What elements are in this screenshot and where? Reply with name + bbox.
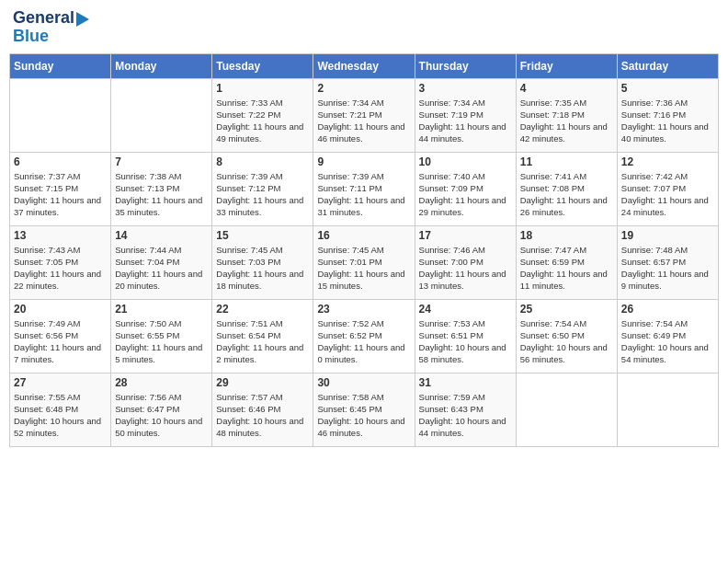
day-info: Sunrise: 7:55 AM Sunset: 6:48 PM Dayligh… — [14, 391, 107, 440]
day-number: 8 — [216, 155, 309, 168]
day-info: Sunrise: 7:35 AM Sunset: 7:18 PM Dayligh… — [520, 97, 613, 145]
day-info: Sunrise: 7:54 AM Sunset: 6:50 PM Dayligh… — [520, 317, 613, 366]
day-info: Sunrise: 7:50 AM Sunset: 6:55 PM Dayligh… — [115, 317, 208, 366]
calendar-cell: 23Sunrise: 7:52 AM Sunset: 6:52 PM Dayli… — [313, 299, 415, 373]
day-info: Sunrise: 7:41 AM Sunset: 7:08 PM Dayligh… — [520, 170, 613, 219]
calendar-cell: 1Sunrise: 7:33 AM Sunset: 7:22 PM Daylig… — [212, 78, 313, 152]
day-number: 4 — [520, 82, 613, 95]
calendar-cell — [516, 373, 617, 446]
calendar-week-row: 1Sunrise: 7:33 AM Sunset: 7:22 PM Daylig… — [10, 78, 719, 152]
day-number: 3 — [419, 82, 512, 95]
calendar-cell: 25Sunrise: 7:54 AM Sunset: 6:50 PM Dayli… — [516, 299, 617, 373]
page-header: General Blue — [9, 9, 719, 46]
day-number: 19 — [621, 229, 714, 242]
calendar-cell: 7Sunrise: 7:38 AM Sunset: 7:13 PM Daylig… — [111, 152, 212, 225]
day-info: Sunrise: 7:59 AM Sunset: 6:43 PM Dayligh… — [419, 391, 512, 440]
calendar-cell: 28Sunrise: 7:56 AM Sunset: 6:47 PM Dayli… — [111, 373, 212, 446]
calendar-cell: 3Sunrise: 7:34 AM Sunset: 7:19 PM Daylig… — [415, 78, 516, 152]
day-number: 1 — [216, 82, 309, 95]
day-number: 31 — [419, 376, 512, 389]
calendar-cell: 27Sunrise: 7:55 AM Sunset: 6:48 PM Dayli… — [10, 373, 111, 446]
calendar-week-row: 27Sunrise: 7:55 AM Sunset: 6:48 PM Dayli… — [10, 373, 719, 446]
calendar-cell: 2Sunrise: 7:34 AM Sunset: 7:21 PM Daylig… — [313, 78, 415, 152]
day-number: 15 — [216, 229, 309, 242]
day-number: 2 — [317, 82, 410, 95]
calendar-cell: 6Sunrise: 7:37 AM Sunset: 7:15 PM Daylig… — [10, 152, 111, 225]
day-info: Sunrise: 7:39 AM Sunset: 7:12 PM Dayligh… — [216, 170, 309, 219]
calendar-cell: 10Sunrise: 7:40 AM Sunset: 7:09 PM Dayli… — [415, 152, 516, 225]
calendar-cell: 18Sunrise: 7:47 AM Sunset: 6:59 PM Dayli… — [516, 225, 617, 299]
calendar-cell: 9Sunrise: 7:39 AM Sunset: 7:11 PM Daylig… — [313, 152, 415, 225]
logo-blue: Blue — [13, 28, 89, 46]
calendar-cell: 14Sunrise: 7:44 AM Sunset: 7:04 PM Dayli… — [111, 225, 212, 299]
day-number: 14 — [115, 229, 208, 242]
calendar-cell: 24Sunrise: 7:53 AM Sunset: 6:51 PM Dayli… — [415, 299, 516, 373]
day-number: 24 — [419, 303, 512, 316]
day-number: 11 — [520, 155, 613, 168]
calendar-cell: 20Sunrise: 7:49 AM Sunset: 6:56 PM Dayli… — [10, 299, 111, 373]
calendar-cell — [10, 78, 111, 152]
day-number: 18 — [520, 229, 613, 242]
day-info: Sunrise: 7:54 AM Sunset: 6:49 PM Dayligh… — [621, 317, 714, 366]
day-info: Sunrise: 7:34 AM Sunset: 7:19 PM Dayligh… — [419, 97, 512, 145]
calendar-cell: 21Sunrise: 7:50 AM Sunset: 6:55 PM Dayli… — [111, 299, 212, 373]
day-info: Sunrise: 7:42 AM Sunset: 7:07 PM Dayligh… — [621, 170, 714, 219]
calendar-cell: 29Sunrise: 7:57 AM Sunset: 6:46 PM Dayli… — [212, 373, 313, 446]
day-number: 20 — [14, 303, 107, 316]
calendar-cell — [111, 78, 212, 152]
calendar-week-row: 13Sunrise: 7:43 AM Sunset: 7:05 PM Dayli… — [10, 225, 719, 299]
day-info: Sunrise: 7:34 AM Sunset: 7:21 PM Dayligh… — [317, 97, 410, 145]
logo-general: General — [13, 9, 74, 28]
day-info: Sunrise: 7:37 AM Sunset: 7:15 PM Dayligh… — [14, 170, 107, 219]
day-info: Sunrise: 7:45 AM Sunset: 7:01 PM Dayligh… — [317, 244, 410, 293]
day-info: Sunrise: 7:52 AM Sunset: 6:52 PM Dayligh… — [317, 317, 410, 366]
day-number: 22 — [216, 303, 309, 316]
day-info: Sunrise: 7:58 AM Sunset: 6:45 PM Dayligh… — [317, 391, 410, 440]
day-info: Sunrise: 7:36 AM Sunset: 7:16 PM Dayligh… — [621, 97, 714, 145]
logo: General Blue — [13, 9, 89, 46]
calendar-header-row: SundayMondayTuesdayWednesdayThursdayFrid… — [10, 53, 719, 78]
calendar-cell: 30Sunrise: 7:58 AM Sunset: 6:45 PM Dayli… — [313, 373, 415, 446]
calendar-cell: 19Sunrise: 7:48 AM Sunset: 6:57 PM Dayli… — [617, 225, 718, 299]
day-number: 12 — [621, 155, 714, 168]
day-number: 25 — [520, 303, 613, 316]
day-number: 29 — [216, 376, 309, 389]
day-number: 9 — [317, 155, 410, 168]
day-info: Sunrise: 7:47 AM Sunset: 6:59 PM Dayligh… — [520, 244, 613, 293]
day-info: Sunrise: 7:43 AM Sunset: 7:05 PM Dayligh… — [14, 244, 107, 293]
calendar-cell: 5Sunrise: 7:36 AM Sunset: 7:16 PM Daylig… — [617, 78, 718, 152]
calendar-cell: 13Sunrise: 7:43 AM Sunset: 7:05 PM Dayli… — [10, 225, 111, 299]
day-number: 17 — [419, 229, 512, 242]
day-info: Sunrise: 7:44 AM Sunset: 7:04 PM Dayligh… — [115, 244, 208, 293]
calendar-cell: 22Sunrise: 7:51 AM Sunset: 6:54 PM Dayli… — [212, 299, 313, 373]
calendar-cell: 31Sunrise: 7:59 AM Sunset: 6:43 PM Dayli… — [415, 373, 516, 446]
calendar-body: 1Sunrise: 7:33 AM Sunset: 7:22 PM Daylig… — [10, 78, 719, 446]
day-number: 6 — [14, 155, 107, 168]
calendar-cell: 12Sunrise: 7:42 AM Sunset: 7:07 PM Dayli… — [617, 152, 718, 225]
calendar-cell: 26Sunrise: 7:54 AM Sunset: 6:49 PM Dayli… — [617, 299, 718, 373]
calendar-cell: 4Sunrise: 7:35 AM Sunset: 7:18 PM Daylig… — [516, 78, 617, 152]
day-info: Sunrise: 7:51 AM Sunset: 6:54 PM Dayligh… — [216, 317, 309, 366]
day-number: 10 — [419, 155, 512, 168]
day-info: Sunrise: 7:49 AM Sunset: 6:56 PM Dayligh… — [14, 317, 107, 366]
day-number: 27 — [14, 376, 107, 389]
day-info: Sunrise: 7:40 AM Sunset: 7:09 PM Dayligh… — [419, 170, 512, 219]
weekday-header: Thursday — [415, 53, 516, 78]
day-number: 13 — [14, 229, 107, 242]
day-number: 28 — [115, 376, 208, 389]
day-info: Sunrise: 7:45 AM Sunset: 7:03 PM Dayligh… — [216, 244, 309, 293]
logo-arrow-icon — [76, 12, 89, 27]
calendar-cell: 15Sunrise: 7:45 AM Sunset: 7:03 PM Dayli… — [212, 225, 313, 299]
day-info: Sunrise: 7:57 AM Sunset: 6:46 PM Dayligh… — [216, 391, 309, 440]
calendar-cell: 11Sunrise: 7:41 AM Sunset: 7:08 PM Dayli… — [516, 152, 617, 225]
day-info: Sunrise: 7:56 AM Sunset: 6:47 PM Dayligh… — [115, 391, 208, 440]
calendar-week-row: 6Sunrise: 7:37 AM Sunset: 7:15 PM Daylig… — [10, 152, 719, 225]
day-info: Sunrise: 7:39 AM Sunset: 7:11 PM Dayligh… — [317, 170, 410, 219]
day-number: 5 — [621, 82, 714, 95]
calendar-table: SundayMondayTuesdayWednesdayThursdayFrid… — [9, 53, 719, 447]
day-info: Sunrise: 7:46 AM Sunset: 7:00 PM Dayligh… — [419, 244, 512, 293]
day-number: 23 — [317, 303, 410, 316]
weekday-header: Wednesday — [313, 53, 415, 78]
weekday-header: Monday — [111, 53, 212, 78]
calendar-cell: 16Sunrise: 7:45 AM Sunset: 7:01 PM Dayli… — [313, 225, 415, 299]
